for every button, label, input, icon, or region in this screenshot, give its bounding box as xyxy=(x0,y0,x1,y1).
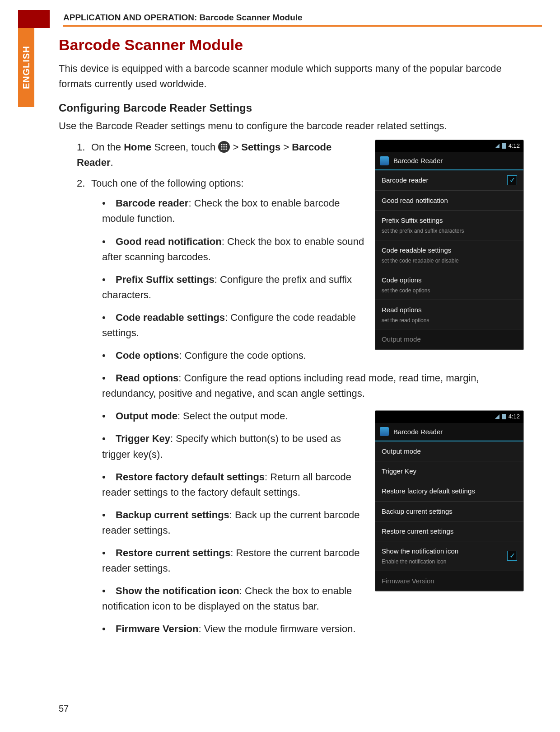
phone1-statusbar: 4:12 xyxy=(375,140,523,152)
apps-grid-icon xyxy=(218,141,230,153)
language-tab: ENGLISH xyxy=(18,28,34,107)
phone2-statusbar: 4:12 xyxy=(375,411,523,422)
phone1-row-label: Barcode reader xyxy=(382,175,507,185)
section-heading: Configuring Barcode Reader Settings xyxy=(59,102,524,114)
phone2-row-label: Backup current settings xyxy=(382,506,517,516)
checkbox-icon[interactable]: ✓ xyxy=(507,175,517,185)
phone1-row-code-options[interactable]: Code options set the code options xyxy=(375,270,523,300)
phone2-row-label: Output mode xyxy=(382,446,517,456)
svg-point-1 xyxy=(224,144,225,145)
phone2-row-restore-current[interactable]: Restore current settings xyxy=(375,521,523,541)
phone1-row-label: Output mode xyxy=(382,334,517,344)
svg-point-4 xyxy=(224,146,225,148)
phone2-row-backup[interactable]: Backup current settings xyxy=(375,502,523,521)
page-title: Barcode Scanner Module xyxy=(59,36,524,54)
phone1-row-output-mode[interactable]: Output mode xyxy=(375,329,523,349)
header-rule xyxy=(63,25,542,27)
body-flow: 4:12 Barcode Reader Barcode reader ✓ Goo… xyxy=(59,140,524,637)
page-number: 57 xyxy=(59,704,69,714)
phone1-row-label: Prefix Suffix settings xyxy=(382,215,517,225)
phone1-row-sub: set the code readable or disable xyxy=(382,257,517,265)
svg-point-6 xyxy=(221,149,223,150)
phone1-row-sub: set the read options xyxy=(382,316,517,325)
phone1-time: 4:12 xyxy=(509,141,520,150)
header-accent-block xyxy=(18,10,50,28)
phone1-row-label: Code readable settings xyxy=(382,245,517,255)
phone2-row-output-mode[interactable]: Output mode xyxy=(375,441,523,461)
phone2-app-icon xyxy=(380,427,389,436)
signal-icon xyxy=(495,414,499,419)
phone2-row-label: Firmware Version xyxy=(382,576,517,586)
phone1-app-icon xyxy=(380,156,389,165)
phone1-appbar: Barcode Reader xyxy=(375,152,523,170)
phone2-title: Barcode Reader xyxy=(393,427,443,437)
svg-point-0 xyxy=(221,144,223,145)
battery-icon xyxy=(502,414,506,419)
phone1-row-sub: set the code options xyxy=(382,286,517,295)
opt-code-options: •Code options: Configure the code option… xyxy=(102,348,524,363)
running-title: APPLICATION AND OPERATION: Barcode Scann… xyxy=(63,13,303,23)
phone2-row-label: Show the notification icon xyxy=(382,546,507,556)
phone1-row-label: Code options xyxy=(382,275,517,285)
battery-icon xyxy=(502,143,506,149)
opt-read-options: •Read options: Configure the read option… xyxy=(102,371,524,401)
svg-point-3 xyxy=(221,146,223,148)
phone1-row-sub: set the prefix and suffix characters xyxy=(382,227,517,235)
phone-screenshot-1: 4:12 Barcode Reader Barcode reader ✓ Goo… xyxy=(375,140,524,350)
phone2-row-firmware[interactable]: Firmware Version xyxy=(375,571,523,591)
phone2-row-label: Restore factory default settings xyxy=(382,486,517,496)
phone1-title: Barcode Reader xyxy=(393,155,443,166)
opt-firmware-version: •Firmware Version: View the module firmw… xyxy=(102,621,524,637)
phone2-row-sub: Enable the notification icon xyxy=(382,558,507,566)
running-header: APPLICATION AND OPERATION: Barcode Scann… xyxy=(18,10,542,28)
svg-point-2 xyxy=(226,144,227,145)
phone-screenshot-2: 4:12 Barcode Reader Output mode Trigger … xyxy=(375,410,524,591)
signal-icon xyxy=(495,144,499,148)
phone2-time: 4:12 xyxy=(509,412,520,421)
svg-point-5 xyxy=(226,146,227,148)
phone1-row-label: Read options xyxy=(382,305,517,315)
phone2-row-label: Restore current settings xyxy=(382,526,517,536)
phone1-row-prefix-suffix[interactable]: Prefix Suffix settings set the prefix an… xyxy=(375,211,523,240)
phone2-appbar: Barcode Reader xyxy=(375,423,523,441)
phone1-row-barcode-reader[interactable]: Barcode reader ✓ xyxy=(375,170,523,190)
phone2-row-restore-factory[interactable]: Restore factory default settings xyxy=(375,481,523,501)
phone1-row-label: Good read notification xyxy=(382,195,517,206)
section-lead: Use the Barcode Reader settings menu to … xyxy=(59,119,524,133)
phone1-row-good-read[interactable]: Good read notification xyxy=(375,191,523,211)
phone1-row-read-options[interactable]: Read options set the read options xyxy=(375,300,523,330)
page-content: Barcode Scanner Module This device is eq… xyxy=(59,36,524,644)
svg-point-7 xyxy=(224,149,225,150)
phone2-row-trigger-key[interactable]: Trigger Key xyxy=(375,461,523,481)
phone2-row-label: Trigger Key xyxy=(382,466,517,476)
phone1-row-code-readable[interactable]: Code readable settings set the code read… xyxy=(375,240,523,270)
phone2-row-show-notification[interactable]: Show the notification icon Enable the no… xyxy=(375,541,523,571)
checkbox-icon[interactable]: ✓ xyxy=(507,551,517,561)
svg-point-8 xyxy=(226,149,227,150)
intro-paragraph: This device is equipped with a barcode s… xyxy=(59,61,524,92)
